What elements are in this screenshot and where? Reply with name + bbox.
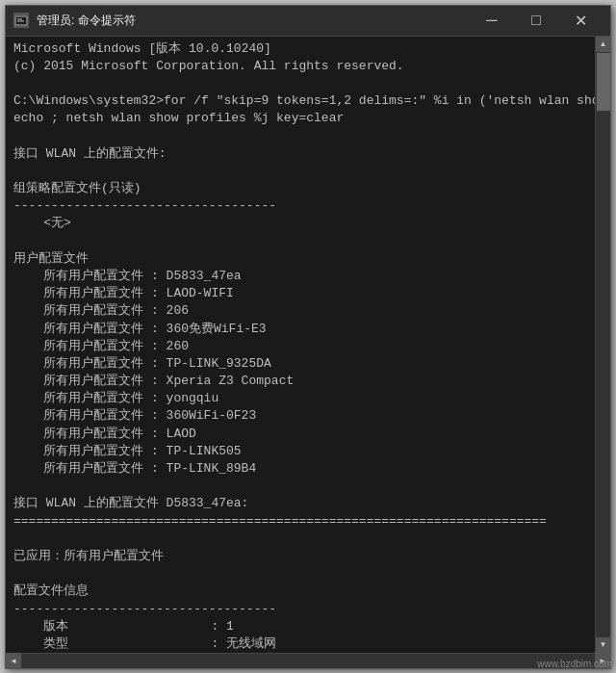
scroll-down-button[interactable]: ▼ (596, 637, 611, 653)
window-title: 管理员: 命令提示符 (37, 13, 470, 29)
title-bar: 管理员: 命令提示符 ─ □ ✕ (6, 6, 610, 37)
scroll-up-button[interactable]: ▲ (596, 37, 611, 52)
window-icon (13, 13, 29, 28)
scroll-left-button[interactable]: ◄ (6, 653, 21, 668)
watermark: www.bzdbim.com (537, 659, 612, 669)
scroll-track (596, 52, 610, 637)
hscroll-track (21, 654, 595, 668)
scroll-thumb[interactable] (597, 53, 610, 111)
console-scroll-area: Microsoft Windows [版本 10.0.10240] (c) 20… (6, 37, 610, 653)
close-button[interactable]: ✕ (558, 5, 603, 36)
maximize-button[interactable]: □ (514, 5, 558, 36)
cmd-window: 管理员: 命令提示符 ─ □ ✕ Microsoft Windows [版本 1… (5, 5, 611, 669)
console-content[interactable]: Microsoft Windows [版本 10.0.10240] (c) 20… (6, 37, 595, 653)
window-controls: ─ □ ✕ (470, 5, 603, 36)
vertical-scrollbar[interactable]: ▲ ▼ (595, 37, 610, 653)
minimize-button[interactable]: ─ (470, 5, 514, 36)
console-output: Microsoft Windows [版本 10.0.10240] (c) 20… (6, 37, 595, 653)
horizontal-scrollbar[interactable]: ◄ ► (6, 653, 610, 668)
